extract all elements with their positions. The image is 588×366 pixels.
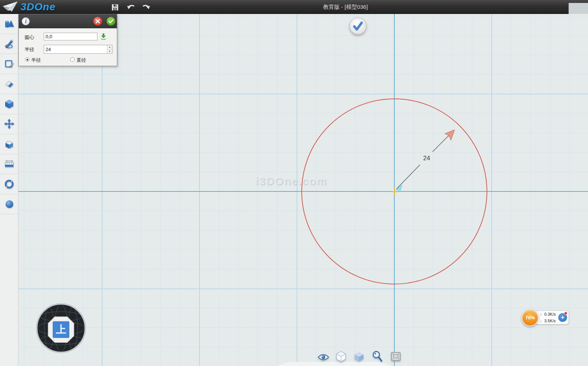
confirm-sketch-button[interactable] (349, 18, 366, 35)
download-speed: 3.5K/s (544, 319, 556, 323)
undo-button[interactable] (126, 3, 136, 12)
viewport-icon (391, 351, 401, 362)
sidebar-tool-ring[interactable] (0, 174, 18, 194)
diameter-radio[interactable] (70, 57, 75, 62)
sidebar-tool-sketch[interactable] (0, 34, 18, 54)
down-arrow-icon: ↓ (540, 319, 544, 323)
notification-dot (564, 312, 567, 315)
sidebar-tool-move[interactable] (0, 114, 18, 134)
radius-dimension-value[interactable]: 24 (420, 155, 433, 162)
confirm-button[interactable] (107, 17, 115, 26)
check-icon (351, 19, 365, 33)
zoom-icon (372, 351, 383, 362)
radius-radio[interactable] (25, 57, 29, 62)
view-navigation-cube[interactable]: 上 (35, 302, 87, 354)
sidebar-tool-eraser[interactable] (0, 74, 18, 94)
combine-box-icon (4, 139, 14, 149)
solid-cube-icon (4, 99, 14, 109)
redo-icon (141, 3, 151, 12)
toggle-visibility-button[interactable] (316, 350, 331, 365)
radius-radio-label: 半径 (31, 57, 41, 64)
close-icon (96, 19, 100, 24)
zoom-button[interactable] (370, 349, 385, 364)
center-input[interactable] (44, 33, 97, 40)
app-logo: 3DOne (2, 1, 55, 13)
pick-point-icon[interactable] (100, 33, 107, 40)
background-window-corner (569, 3, 588, 14)
center-point-marker (394, 188, 395, 195)
app-name: 3DOne (21, 1, 55, 13)
sidebar-tool-measure[interactable] (0, 154, 18, 175)
tool-sidebar (0, 14, 18, 366)
wireframe-display-button[interactable] (334, 349, 348, 364)
cancel-button[interactable] (93, 17, 102, 26)
sidebar-tool-combine[interactable] (0, 134, 18, 154)
sidebar-tool-primitives[interactable] (0, 14, 18, 34)
title-bar: 3DOne 教育版 - [模型036] (0, 0, 588, 14)
view-cube-face-label[interactable]: 上 (53, 322, 69, 338)
ring-icon (4, 179, 14, 189)
sketch-pencil-icon (4, 39, 14, 49)
redo-button[interactable] (141, 3, 151, 12)
measure-ruler-icon (4, 159, 14, 168)
shaded-cube-icon (354, 351, 365, 362)
spin-down-icon[interactable]: ▼ (107, 50, 112, 54)
paper-plane-icon (2, 1, 18, 13)
check-icon (108, 19, 114, 24)
sidebar-tool-edit-sketch[interactable] (0, 54, 18, 74)
primitives-icon (4, 19, 14, 29)
radius-spinner: ▲ ▼ (44, 45, 112, 54)
spin-up-icon[interactable]: ▲ (107, 45, 112, 50)
wireframe-cube-icon (336, 351, 347, 362)
save-button[interactable] (110, 3, 120, 12)
move-icon (4, 119, 14, 129)
up-arrow-icon: ↑ (540, 312, 544, 316)
save-icon (111, 3, 119, 11)
sidebar-tool-material[interactable] (0, 194, 18, 215)
dialog-body: 圆心 半径 ▲ ▼ 半径 直径 (19, 28, 117, 67)
edit-sketch-icon (4, 59, 14, 69)
info-icon[interactable]: i (22, 17, 30, 25)
material-sphere-icon (6, 200, 13, 208)
sidebar-tool-solid[interactable] (0, 94, 18, 114)
upload-speed: 0.3K/s (544, 312, 556, 316)
eye-icon (318, 353, 329, 361)
document-title: 教育版 - [模型036] (279, 4, 412, 11)
radius-field-label: 半径 (25, 46, 34, 53)
radius-input[interactable] (44, 45, 107, 53)
eraser-icon (4, 79, 14, 89)
undo-icon (126, 3, 136, 12)
dialog-header: i (19, 14, 117, 28)
circle-parameters-dialog: i 圆心 半径 ▲ ▼ 半径 (18, 14, 117, 66)
shaded-display-button[interactable] (352, 349, 366, 364)
download-progress-badge[interactable]: 76% (521, 309, 539, 326)
viewport-button[interactable] (388, 349, 403, 364)
diameter-radio-label: 直径 (76, 57, 86, 64)
center-field-label: 圆心 (25, 34, 34, 41)
